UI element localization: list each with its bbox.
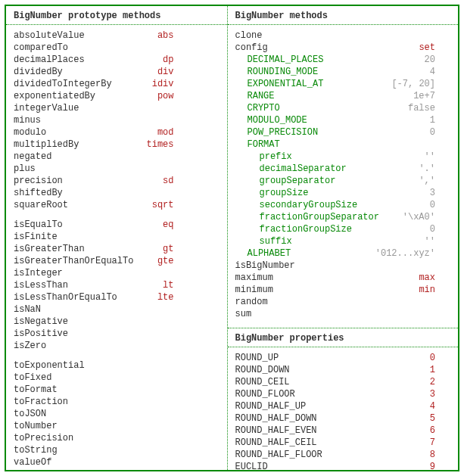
method-row: minimummin — [235, 284, 450, 296]
config-value: 4 — [430, 66, 450, 78]
method-alias: min — [419, 284, 450, 296]
property-name: ROUND_CEIL — [235, 376, 290, 388]
method-alias: set — [419, 42, 450, 54]
config-row: secondaryGroupSize0 — [235, 199, 450, 211]
group-spacer — [14, 211, 220, 219]
config-value: ',' — [419, 175, 450, 187]
prototype-methods-column: BigNumber prototype methods absoluteValu… — [6, 6, 228, 470]
config-row: EXPONENTIAL_AT[-7, 20] — [235, 78, 450, 90]
property-value: 0 — [430, 352, 450, 364]
property-value: 2 — [430, 376, 450, 388]
property-row: ROUND_HALF_EVEN6 — [235, 425, 450, 437]
method-alias: pow — [157, 90, 220, 102]
config-value: 1 — [430, 114, 450, 126]
property-value: 3 — [430, 388, 450, 400]
config-row: POW_PRECISION0 — [235, 126, 450, 138]
property-name: ROUND_HALF_FLOOR — [235, 449, 322, 461]
config-key: ROUNDING_MODE — [235, 66, 319, 78]
property-row: EUCLID9 — [235, 461, 450, 470]
method-row: comparedTo — [14, 42, 220, 54]
right-column: BigNumber methods cloneconfigsetDECIMAL_… — [228, 6, 458, 470]
config-key: suffix — [235, 235, 292, 247]
prototype-methods-list: absoluteValueabscomparedTodecimalPlacesd… — [6, 25, 227, 470]
config-row: ALPHABET'012...xyz' — [235, 247, 450, 260]
property-name: ROUND_HALF_EVEN — [235, 425, 317, 437]
method-name: isPositive — [14, 328, 68, 340]
config-row: MODULO_MODE1 — [235, 114, 450, 126]
method-row: minus — [14, 114, 220, 126]
method-name: plus — [14, 163, 36, 175]
config-value: 1e+7 — [413, 90, 450, 102]
config-value: '' — [425, 235, 450, 247]
property-row: ROUND_FLOOR3 — [235, 388, 450, 400]
property-value: 9 — [430, 461, 450, 470]
method-alias: abs — [157, 30, 220, 42]
method-row: multipliedBytimes — [14, 138, 220, 151]
config-row: ROUNDING_MODE4 — [235, 66, 450, 78]
method-row: absoluteValueabs — [14, 30, 220, 42]
method-row: isEqualToeq — [14, 219, 220, 231]
method-row: isNegative — [14, 316, 220, 328]
method-name: toNumber — [14, 420, 58, 432]
method-row: toExponential — [14, 359, 220, 372]
property-value: 6 — [430, 425, 450, 437]
method-alias: sqrt — [152, 199, 220, 211]
config-key: secondaryGroupSize — [235, 199, 358, 211]
method-alias: sd — [163, 175, 219, 187]
method-name: toPrecision — [14, 432, 73, 444]
method-alias: mod — [157, 126, 220, 138]
method-alias: max — [419, 272, 450, 284]
method-name: isFinite — [14, 231, 58, 243]
method-row: toFraction — [14, 396, 220, 408]
method-alias: times — [147, 138, 220, 151]
method-name: isZero — [14, 340, 46, 352]
method-row: toString — [14, 444, 220, 456]
method-name: isLessThan — [14, 279, 68, 291]
config-row: FORMAT — [235, 138, 450, 151]
config-value: 3 — [430, 187, 450, 199]
config-key: groupSeparator — [235, 175, 336, 187]
method-name: isNaN — [14, 303, 41, 316]
property-value: 5 — [430, 412, 450, 425]
properties-heading: BigNumber properties — [228, 328, 458, 347]
method-alias: idiv — [152, 78, 220, 90]
property-name: ROUND_FLOOR — [235, 388, 295, 400]
method-row: isLessThanOrEqualTolte — [14, 291, 220, 303]
config-key: EXPONENTIAL_AT — [235, 78, 324, 90]
method-alias: gte — [157, 255, 220, 267]
config-value: '\xA0' — [403, 211, 450, 223]
method-name: toFixed — [14, 372, 51, 384]
bignumber-api-reference: BigNumber prototype methods absoluteValu… — [5, 5, 459, 471]
method-name: isEqualTo — [14, 219, 63, 231]
method-name: decimalPlaces — [14, 54, 85, 66]
method-name: precision — [14, 175, 63, 187]
method-row: toFormat — [14, 384, 220, 396]
config-key: DECIMAL_PLACES — [235, 54, 324, 66]
method-name: maximum — [235, 272, 273, 284]
config-value: 20 — [425, 54, 450, 66]
method-name: dividedToIntegerBy — [14, 78, 112, 90]
property-row: ROUND_CEIL2 — [235, 376, 450, 388]
method-row: toPrecision — [14, 432, 220, 444]
method-row: maximummax — [235, 272, 450, 284]
method-name: isBigNumber — [235, 260, 295, 272]
method-row: sum — [235, 308, 450, 320]
method-name: isGreaterThan — [14, 243, 85, 255]
property-name: ROUND_DOWN — [235, 364, 290, 376]
property-name: ROUND_HALF_DOWN — [235, 412, 317, 425]
method-name: dividedBy — [14, 66, 63, 78]
config-value: '' — [425, 151, 450, 163]
method-name: minus — [14, 114, 41, 126]
method-name: multipliedBy — [14, 138, 79, 151]
property-name: EUCLID — [235, 461, 268, 470]
method-name: toJSON — [14, 408, 46, 420]
config-key: MODULO_MODE — [235, 114, 307, 126]
config-row: decimalSeparator'.' — [235, 163, 450, 175]
config-key: fractionGroupSize — [235, 223, 352, 235]
property-value: 1 — [430, 364, 450, 376]
property-name: ROUND_UP — [235, 352, 279, 364]
config-key: FORMAT — [235, 138, 280, 151]
config-key: fractionGroupSeparator — [235, 211, 379, 223]
method-name: negated — [14, 151, 51, 163]
config-key: POW_PRECISION — [235, 126, 319, 138]
